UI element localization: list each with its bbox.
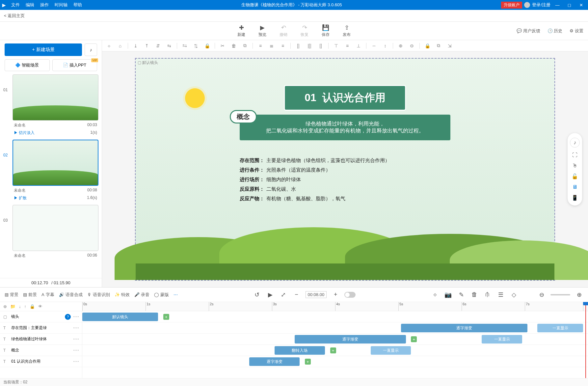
play-button[interactable]: ▶ bbox=[266, 290, 275, 299]
menu-edit[interactable]: 编辑 bbox=[26, 2, 34, 8]
track-1[interactable]: 逐字渐变 一直显示 bbox=[82, 322, 588, 334]
cut-icon[interactable]: ✂ bbox=[219, 42, 226, 49]
add-clip-icon[interactable]: + bbox=[411, 336, 417, 342]
eye-icon[interactable]: 👁 bbox=[38, 304, 42, 309]
mouse-icon[interactable]: 🖱 bbox=[572, 163, 577, 169]
canvas[interactable]: ▢ 默认镜头 01 认识光合作用 概念 绿色植物通过叶绿体，利用光能， 把二氧化… bbox=[102, 51, 588, 287]
align-top-icon[interactable]: ⤒ bbox=[143, 42, 150, 49]
tab-fx[interactable]: ✨ 特效 bbox=[115, 292, 130, 298]
menu-file[interactable]: 文件 bbox=[11, 2, 20, 8]
align-left-icon[interactable]: ≡ bbox=[257, 42, 264, 49]
desktop-icon[interactable]: 🖥 bbox=[572, 184, 577, 190]
flip-v-icon[interactable]: ⮁ bbox=[192, 42, 200, 49]
home-icon[interactable]: ⌂ bbox=[117, 42, 124, 49]
redo-button[interactable]: ↷恢复 bbox=[301, 24, 308, 38]
camera-icon[interactable]: 📷 bbox=[444, 290, 452, 299]
history-button[interactable]: 🕒 历史 bbox=[548, 28, 563, 34]
new-button[interactable]: ✚新建 bbox=[237, 24, 245, 38]
time-ruler[interactable]: 0s 1s 2s 3s 4s 5s 6s 7s 8s bbox=[82, 302, 588, 311]
menu-help[interactable]: 帮助 bbox=[73, 2, 82, 8]
menu-timeline[interactable]: 时间轴 bbox=[55, 2, 67, 8]
clip-camera[interactable]: 默认镜头 bbox=[82, 313, 158, 321]
add-clip-icon[interactable]: + bbox=[305, 359, 311, 365]
track-header-text3[interactable]: T 概念 • • • bbox=[0, 345, 82, 356]
folder-icon[interactable]: 📁 bbox=[10, 304, 15, 309]
zoom-slider[interactable] bbox=[550, 294, 570, 295]
avatar-icon[interactable] bbox=[524, 2, 530, 8]
clip[interactable]: 逐字渐变 bbox=[401, 324, 527, 332]
playhead[interactable] bbox=[585, 302, 586, 378]
preview-button[interactable]: ▶预览 bbox=[258, 24, 266, 38]
track-3[interactable]: 翻转入场 + 一直显示 bbox=[82, 345, 588, 356]
login-button[interactable]: 登录/注册 bbox=[532, 2, 550, 8]
zoom-in-tl-icon[interactable]: ⊕ bbox=[575, 290, 583, 299]
undo-button[interactable]: ↶撤销 bbox=[280, 24, 287, 38]
dist-right-icon[interactable]: |] bbox=[317, 42, 324, 49]
transition-label[interactable]: ▶ 切片淡入 bbox=[14, 130, 35, 136]
filter-icon[interactable]: ⫛ bbox=[483, 290, 492, 299]
slide[interactable]: ▢ 默认镜头 01 认识光合作用 概念 绿色植物通过叶绿体，利用光能， 把二氧化… bbox=[135, 58, 555, 281]
transition-label[interactable]: ▶ 扩散 bbox=[14, 195, 27, 201]
lock-icon[interactable]: 🔒 bbox=[203, 42, 211, 49]
align-bottom-icon[interactable]: ⤓ bbox=[132, 42, 139, 49]
upgrade-button[interactable]: 升级账户 bbox=[501, 2, 522, 9]
add-clip-icon[interactable]: + bbox=[163, 314, 169, 320]
tab-fg[interactable]: ▨ 前景 bbox=[23, 292, 37, 298]
time-display[interactable]: 00:08.00 bbox=[306, 291, 327, 298]
align-vcenter-icon[interactable]: ⇵ bbox=[154, 42, 162, 49]
track-4[interactable]: 逐字渐变 + bbox=[82, 356, 588, 367]
align-right-icon[interactable]: ≡ bbox=[279, 42, 286, 49]
settings-button[interactable]: ⚙ 设置 bbox=[570, 28, 583, 34]
delete-icon[interactable]: 🗑 bbox=[230, 42, 237, 49]
edit-icon[interactable]: ✎ bbox=[457, 290, 466, 299]
tab-asr[interactable]: 🎙 语音识别 bbox=[87, 292, 110, 298]
zoom-out-icon[interactable]: ⊖ bbox=[408, 42, 415, 49]
align-hcenter-icon[interactable]: ⇆ bbox=[166, 42, 173, 49]
keyframe-icon[interactable]: ◇ bbox=[510, 290, 518, 299]
close-icon[interactable]: ✕ bbox=[576, 3, 586, 8]
slide-title[interactable]: 01 认识光合作用 bbox=[284, 85, 406, 111]
align-center-icon[interactable]: ≣ bbox=[268, 42, 275, 49]
track-header-camera[interactable]: ▢ 镜头 ? • • • bbox=[0, 311, 82, 322]
spacing-v-icon[interactable]: ↕ bbox=[382, 42, 389, 49]
scene-thumb-3[interactable] bbox=[13, 205, 98, 251]
tab-record[interactable]: 🎤 录音 bbox=[134, 292, 149, 298]
new-scene-button[interactable]: + 新建场景 bbox=[5, 43, 82, 56]
export-icon[interactable]: ⇲ bbox=[446, 42, 453, 49]
down-icon[interactable]: ↓ bbox=[19, 304, 21, 309]
scene-thumb-2[interactable] bbox=[13, 140, 98, 186]
maximize-icon[interactable]: ◻ bbox=[564, 3, 574, 8]
crop-icon[interactable]: ⟐ bbox=[431, 290, 439, 299]
clip[interactable]: 一直显示 bbox=[537, 324, 583, 332]
clip[interactable]: 一直显示 bbox=[482, 335, 522, 344]
toggle-switch[interactable] bbox=[344, 292, 356, 298]
lock-tracks-icon[interactable]: 🔒 bbox=[30, 304, 35, 309]
minimize-icon[interactable]: — bbox=[552, 3, 562, 8]
save-button[interactable]: 💾保存 bbox=[322, 24, 330, 38]
dist-center-h-icon[interactable]: |[| bbox=[306, 42, 313, 49]
more-icon[interactable]: ⋯ bbox=[174, 292, 178, 297]
dist-h-icon[interactable]: [| bbox=[295, 42, 302, 49]
zoom-in-icon[interactable]: ⊕ bbox=[397, 42, 404, 49]
track-header-text1[interactable]: T 存在范围：主要是绿 • • • bbox=[0, 322, 82, 334]
insert-ppt-button[interactable]: 📄 插入PPTVIP bbox=[52, 59, 97, 71]
time-plus[interactable]: + bbox=[331, 290, 340, 299]
unlock-icon[interactable]: 🔓 bbox=[572, 173, 578, 179]
back-button[interactable]: < 返回主页 bbox=[4, 13, 25, 19]
details[interactable]: 存在范围：主要是绿色植物（绿色组织，蓝藻也可以进行光合作用） 进行条件：光照条件… bbox=[240, 154, 450, 205]
help-badge-icon[interactable]: ? bbox=[65, 314, 71, 320]
music-side-icon[interactable]: ♪ bbox=[570, 138, 580, 148]
expand-icon[interactable]: ⤢ bbox=[279, 290, 288, 299]
menu-action[interactable]: 操作 bbox=[40, 2, 49, 8]
track-header-text4[interactable]: T 01 认识光合作用 • • • bbox=[0, 356, 82, 367]
tab-tts[interactable]: 🔊 语音合成 bbox=[59, 292, 83, 298]
mobile-icon[interactable]: 📱 bbox=[572, 195, 578, 201]
feedback-button[interactable]: 💬 用户反馈 bbox=[517, 28, 540, 34]
tab-subtitle[interactable]: A 字幕 bbox=[41, 292, 54, 298]
time-minus[interactable]: − bbox=[292, 290, 301, 299]
selector-icon[interactable]: ⟐ bbox=[105, 42, 113, 49]
track-area[interactable]: 0s 1s 2s 3s 4s 5s 6s 7s 8s 默认镜头 + 逐字渐变 一… bbox=[82, 302, 588, 378]
clip[interactable]: 一直显示 bbox=[371, 346, 411, 355]
scene-thumb-1[interactable] bbox=[13, 74, 98, 121]
zoom-out-tl-icon[interactable]: ⊖ bbox=[537, 290, 546, 299]
